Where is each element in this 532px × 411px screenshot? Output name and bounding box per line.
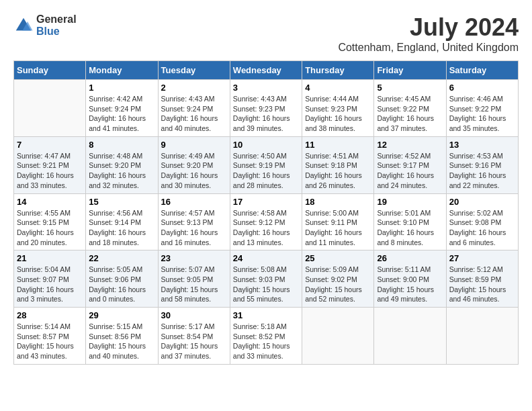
- day-number: 27: [449, 253, 515, 263]
- day-number: 25: [305, 253, 371, 263]
- calendar-cell: 12Sunrise: 4:52 AM Sunset: 9:17 PM Dayli…: [374, 136, 446, 193]
- weekday-header-wednesday: Wednesday: [230, 61, 302, 80]
- calendar-cell: 30Sunrise: 5:17 AM Sunset: 8:54 PM Dayli…: [158, 308, 230, 365]
- calendar-cell: 21Sunrise: 5:04 AM Sunset: 9:07 PM Dayli…: [14, 250, 86, 308]
- day-number: 3: [233, 83, 299, 93]
- day-info: Sunrise: 4:46 AM Sunset: 9:22 PM Dayligh…: [449, 94, 515, 134]
- day-info: Sunrise: 4:52 AM Sunset: 9:17 PM Dayligh…: [377, 151, 443, 191]
- day-info: Sunrise: 5:01 AM Sunset: 9:10 PM Dayligh…: [377, 208, 443, 248]
- calendar-cell: 25Sunrise: 5:09 AM Sunset: 9:02 PM Dayli…: [302, 250, 374, 308]
- day-info: Sunrise: 4:45 AM Sunset: 9:22 PM Dayligh…: [377, 94, 443, 134]
- calendar-cell: 28Sunrise: 5:14 AM Sunset: 8:57 PM Dayli…: [14, 308, 86, 365]
- day-info: Sunrise: 4:50 AM Sunset: 9:19 PM Dayligh…: [233, 151, 299, 191]
- day-info: Sunrise: 5:08 AM Sunset: 9:03 PM Dayligh…: [233, 265, 299, 304]
- title-section: July 2024 Cottenham, England, United Kin…: [338, 13, 519, 54]
- day-number: 8: [89, 140, 154, 150]
- day-info: Sunrise: 4:48 AM Sunset: 9:20 PM Dayligh…: [89, 151, 154, 191]
- weekday-header-tuesday: Tuesday: [158, 61, 230, 80]
- day-number: 10: [233, 140, 299, 150]
- day-number: 24: [233, 253, 299, 263]
- day-info: Sunrise: 5:04 AM Sunset: 9:07 PM Dayligh…: [17, 265, 83, 304]
- calendar-cell: 4Sunrise: 4:44 AM Sunset: 9:23 PM Daylig…: [302, 80, 374, 137]
- day-number: 9: [161, 140, 227, 150]
- day-number: 14: [17, 197, 83, 207]
- logo-blue: Blue: [36, 26, 77, 38]
- day-info: Sunrise: 5:00 AM Sunset: 9:11 PM Dayligh…: [305, 208, 371, 248]
- day-number: 6: [449, 83, 515, 93]
- day-info: Sunrise: 4:53 AM Sunset: 9:16 PM Dayligh…: [449, 151, 515, 191]
- calendar-cell: [374, 308, 446, 365]
- logo: General Blue: [13, 13, 77, 37]
- calendar-cell: 19Sunrise: 5:01 AM Sunset: 9:10 PM Dayli…: [374, 193, 446, 250]
- month-year: July 2024: [338, 13, 519, 42]
- calendar-cell: 6Sunrise: 4:46 AM Sunset: 9:22 PM Daylig…: [446, 80, 518, 137]
- day-number: 13: [449, 140, 515, 150]
- logo-icon: [13, 15, 34, 36]
- day-info: Sunrise: 4:47 AM Sunset: 9:21 PM Dayligh…: [17, 151, 83, 191]
- day-number: 23: [161, 253, 227, 263]
- day-number: 5: [377, 83, 443, 93]
- day-info: Sunrise: 5:14 AM Sunset: 8:57 PM Dayligh…: [17, 322, 83, 361]
- day-number: 28: [17, 310, 83, 320]
- day-number: 21: [17, 253, 83, 263]
- calendar-cell: 2Sunrise: 4:43 AM Sunset: 9:24 PM Daylig…: [158, 80, 230, 137]
- day-info: Sunrise: 4:55 AM Sunset: 9:15 PM Dayligh…: [17, 208, 83, 248]
- calendar-cell: 16Sunrise: 4:57 AM Sunset: 9:13 PM Dayli…: [158, 193, 230, 250]
- calendar-cell: [14, 80, 86, 137]
- day-info: Sunrise: 4:44 AM Sunset: 9:23 PM Dayligh…: [305, 94, 371, 134]
- day-number: 17: [233, 197, 299, 207]
- calendar-cell: 3Sunrise: 4:43 AM Sunset: 9:23 PM Daylig…: [230, 80, 302, 137]
- day-info: Sunrise: 5:02 AM Sunset: 9:08 PM Dayligh…: [449, 208, 515, 248]
- calendar-week-row: 7Sunrise: 4:47 AM Sunset: 9:21 PM Daylig…: [14, 136, 519, 193]
- calendar-cell: 23Sunrise: 5:07 AM Sunset: 9:05 PM Dayli…: [158, 250, 230, 308]
- calendar-cell: 7Sunrise: 4:47 AM Sunset: 9:21 PM Daylig…: [14, 136, 86, 193]
- day-number: 2: [161, 83, 227, 93]
- logo-general: General: [36, 13, 77, 26]
- day-info: Sunrise: 5:07 AM Sunset: 9:05 PM Dayligh…: [161, 265, 227, 304]
- day-info: Sunrise: 4:51 AM Sunset: 9:18 PM Dayligh…: [305, 151, 371, 191]
- calendar-table: SundayMondayTuesdayWednesdayThursdayFrid…: [13, 60, 519, 365]
- page-header: General Blue July 2024 Cottenham, Englan…: [13, 13, 519, 54]
- day-info: Sunrise: 5:05 AM Sunset: 9:06 PM Dayligh…: [89, 265, 154, 304]
- day-info: Sunrise: 4:49 AM Sunset: 9:20 PM Dayligh…: [161, 151, 227, 191]
- day-info: Sunrise: 5:12 AM Sunset: 8:59 PM Dayligh…: [449, 265, 515, 304]
- day-number: 16: [161, 197, 227, 207]
- calendar-cell: 29Sunrise: 5:15 AM Sunset: 8:56 PM Dayli…: [86, 308, 158, 365]
- calendar-cell: 22Sunrise: 5:05 AM Sunset: 9:06 PM Dayli…: [86, 250, 158, 308]
- day-number: 22: [89, 253, 154, 263]
- calendar-cell: 18Sunrise: 5:00 AM Sunset: 9:11 PM Dayli…: [302, 193, 374, 250]
- calendar-cell: 5Sunrise: 4:45 AM Sunset: 9:22 PM Daylig…: [374, 80, 446, 137]
- calendar-cell: 20Sunrise: 5:02 AM Sunset: 9:08 PM Dayli…: [446, 193, 518, 250]
- day-number: 29: [89, 310, 154, 320]
- day-info: Sunrise: 5:09 AM Sunset: 9:02 PM Dayligh…: [305, 265, 371, 304]
- day-info: Sunrise: 4:57 AM Sunset: 9:13 PM Dayligh…: [161, 208, 227, 248]
- day-number: 18: [305, 197, 371, 207]
- day-info: Sunrise: 4:58 AM Sunset: 9:12 PM Dayligh…: [233, 208, 299, 248]
- calendar-cell: 8Sunrise: 4:48 AM Sunset: 9:20 PM Daylig…: [86, 136, 158, 193]
- day-info: Sunrise: 5:15 AM Sunset: 8:56 PM Dayligh…: [89, 322, 154, 361]
- day-number: 1: [89, 83, 154, 93]
- weekday-header-saturday: Saturday: [446, 61, 518, 80]
- calendar-cell: 15Sunrise: 4:56 AM Sunset: 9:14 PM Dayli…: [86, 193, 158, 250]
- day-info: Sunrise: 5:17 AM Sunset: 8:54 PM Dayligh…: [161, 322, 227, 361]
- calendar-cell: [446, 308, 518, 365]
- day-number: 4: [305, 83, 371, 93]
- calendar-cell: 1Sunrise: 4:42 AM Sunset: 9:24 PM Daylig…: [86, 80, 158, 137]
- weekday-header-row: SundayMondayTuesdayWednesdayThursdayFrid…: [14, 61, 519, 80]
- day-number: 30: [161, 310, 227, 320]
- calendar-cell: 17Sunrise: 4:58 AM Sunset: 9:12 PM Dayli…: [230, 193, 302, 250]
- day-number: 7: [17, 140, 83, 150]
- day-info: Sunrise: 5:18 AM Sunset: 8:52 PM Dayligh…: [233, 322, 299, 361]
- calendar-cell: 11Sunrise: 4:51 AM Sunset: 9:18 PM Dayli…: [302, 136, 374, 193]
- day-info: Sunrise: 5:11 AM Sunset: 9:00 PM Dayligh…: [377, 265, 443, 304]
- calendar-cell: 27Sunrise: 5:12 AM Sunset: 8:59 PM Dayli…: [446, 250, 518, 308]
- day-number: 20: [449, 197, 515, 207]
- calendar-week-row: 21Sunrise: 5:04 AM Sunset: 9:07 PM Dayli…: [14, 250, 519, 308]
- weekday-header-friday: Friday: [374, 61, 446, 80]
- calendar-week-row: 28Sunrise: 5:14 AM Sunset: 8:57 PM Dayli…: [14, 308, 519, 365]
- day-number: 12: [377, 140, 443, 150]
- calendar-cell: 9Sunrise: 4:49 AM Sunset: 9:20 PM Daylig…: [158, 136, 230, 193]
- weekday-header-sunday: Sunday: [14, 61, 86, 80]
- day-number: 15: [89, 197, 154, 207]
- day-number: 11: [305, 140, 371, 150]
